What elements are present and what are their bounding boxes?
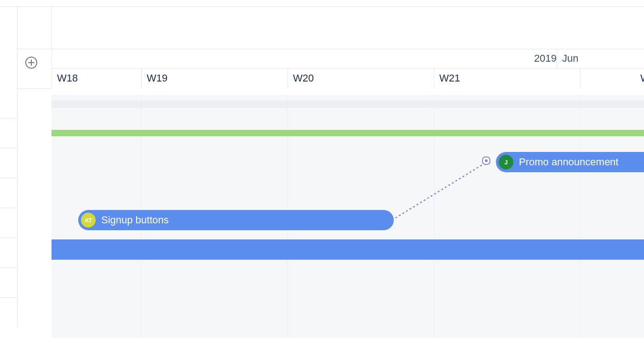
timeline-year-row: 2019 Jun (52, 49, 644, 69)
week-col-header[interactable]: W18 (52, 68, 147, 88)
task-bar-promo-announcement[interactable]: J Promo announcement (496, 152, 644, 172)
week-col-header[interactable]: W (639, 68, 644, 88)
timeline-week-row: W18 W19 W20 W21 W (52, 68, 644, 89)
rail-spacer (0, 6, 17, 118)
dependency-handle[interactable] (482, 157, 490, 165)
rail-row (0, 208, 17, 238)
canvas-top-strip (52, 88, 644, 95)
task-label: Signup buttons (101, 214, 169, 226)
week-col-header[interactable]: W19 (141, 68, 293, 88)
rail-row (0, 238, 17, 268)
epic-bar-green[interactable] (52, 130, 644, 136)
grid-line (434, 88, 434, 338)
month-label: Jun (557, 49, 644, 68)
svg-line-3 (392, 162, 487, 220)
week-col-header[interactable]: W20 (288, 68, 439, 88)
week-divider (580, 68, 581, 88)
rail-row (0, 148, 17, 178)
task-bar-signup-buttons[interactable]: AT Signup buttons (78, 210, 394, 230)
left-rail (0, 6, 17, 338)
year-label: 2019 (52, 49, 563, 68)
rail-row (0, 268, 17, 298)
rail-row (0, 178, 17, 208)
week-col-header[interactable]: W21 (434, 68, 586, 88)
grid-line (580, 88, 581, 338)
timeline-top-spacer (17, 6, 644, 49)
assignee-avatar: AT (81, 213, 96, 227)
timeline-canvas[interactable]: J Promo announcement AT Signup buttons (52, 88, 644, 338)
canvas-gray-strip (52, 100, 644, 108)
rail-row (0, 118, 17, 148)
window-top-divider (0, 0, 644, 7)
rail-row (0, 298, 17, 327)
assignee-avatar: J (499, 155, 513, 169)
task-bar-unlabeled[interactable] (52, 239, 644, 260)
header-gutter (17, 6, 52, 89)
task-label: Promo announcement (519, 156, 618, 168)
